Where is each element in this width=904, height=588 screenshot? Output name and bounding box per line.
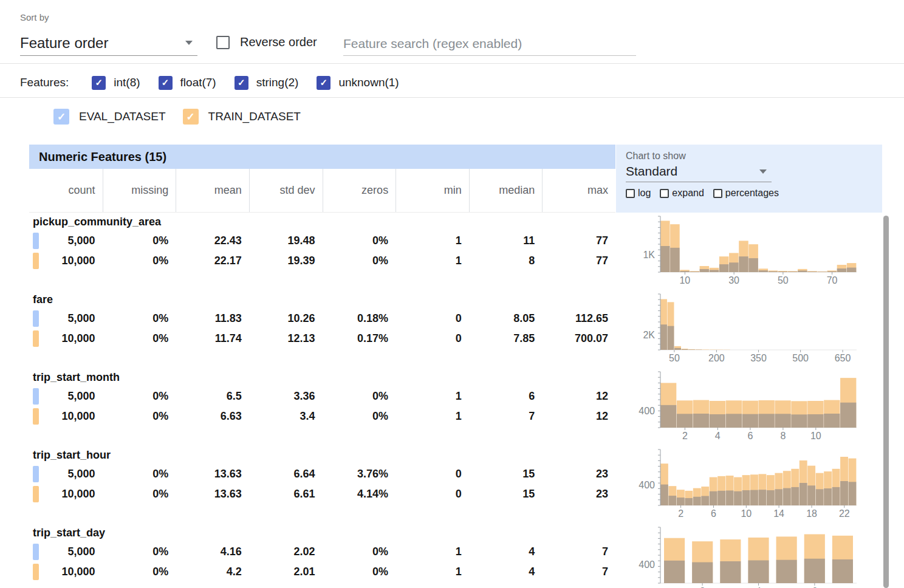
- column-header-count: count: [29, 169, 103, 212]
- filter-item-unknown: unknown(1): [317, 76, 399, 90]
- svg-text:70: 70: [827, 275, 838, 285]
- filter-item-int: int(8): [92, 76, 140, 90]
- stat-cell: 0%: [103, 312, 176, 325]
- column-header-median: median: [469, 169, 543, 212]
- stat-cell: 12: [542, 410, 615, 423]
- filter-item-float: float(7): [159, 76, 216, 90]
- toggle-log: log: [626, 188, 651, 199]
- svg-text:22: 22: [839, 508, 850, 519]
- stat-cell: 0: [396, 468, 469, 480]
- stat-cell: 12.13: [249, 332, 323, 345]
- stat-cell: 7.85: [469, 332, 543, 345]
- eval-stat-row: 5,000 0% 4.16 2.02 0% 1 4 7: [29, 542, 615, 562]
- stat-cell: 0%: [323, 234, 396, 247]
- train-dataset-label: TRAIN_DATASET: [208, 110, 301, 123]
- stat-cell: 6: [469, 390, 543, 403]
- svg-text:10: 10: [741, 508, 752, 519]
- column-header-zeros: zeros: [323, 169, 396, 212]
- train-dataset-checkbox[interactable]: [183, 109, 199, 125]
- filter-checkbox-string[interactable]: [235, 76, 248, 90]
- table-title: Numeric Features (15): [39, 150, 166, 164]
- stat-cell: 112.65: [542, 312, 615, 325]
- stat-cell: 0%: [103, 234, 176, 247]
- stat-cell: 23: [542, 488, 615, 501]
- stat-cell: 1: [396, 566, 469, 578]
- feature-block: trip_start_day 5,000 0% 4.16 2.02 0% 1 4…: [29, 524, 615, 588]
- reverse-order-checkbox[interactable]: [216, 36, 230, 49]
- stat-cell: 0%: [323, 390, 396, 403]
- stat-cell: 22.17: [176, 255, 249, 267]
- stat-cell: 1: [396, 410, 469, 423]
- stat-cell: 5,000: [29, 545, 103, 558]
- stat-cell: 12: [542, 390, 615, 403]
- filter-label-float: float(7): [180, 76, 216, 89]
- percentages-label: percentages: [725, 188, 779, 199]
- stat-cell: 0%: [103, 255, 176, 267]
- train-stat-row: 10,000 0% 13.63 6.61 4.14% 0 15 23: [29, 484, 615, 504]
- train-color-chip: [33, 486, 39, 502]
- column-header-stddev: std dev: [249, 169, 323, 212]
- stat-cell: 10.26: [249, 312, 323, 325]
- stat-cell: 0%: [103, 566, 176, 578]
- filter-item-string: string(2): [235, 76, 299, 90]
- column-header-min: min: [396, 169, 469, 212]
- stat-cell: 77: [542, 234, 615, 247]
- svg-text:350: 350: [750, 353, 767, 363]
- sort-by-value: Feature order: [20, 35, 108, 52]
- stat-cell: 1: [396, 255, 469, 267]
- filter-checkbox-float[interactable]: [159, 76, 173, 90]
- chart-controls-panel: Chart to show Standard log expand percen…: [616, 145, 882, 213]
- filter-label-int: int(8): [114, 76, 140, 89]
- vertical-scrollbar-thumb[interactable]: [883, 216, 889, 588]
- stat-cell: 13.63: [176, 468, 249, 480]
- log-checkbox[interactable]: [626, 189, 635, 198]
- dataset-item-eval: EVAL_DATASET: [53, 109, 166, 125]
- feature-name: fare: [29, 290, 615, 309]
- stat-cell: 19.39: [249, 255, 323, 267]
- stat-cell: 5,000: [29, 390, 103, 403]
- filter-checkbox-unknown[interactable]: [317, 76, 330, 90]
- svg-text:30: 30: [728, 275, 739, 285]
- feature-name: trip_start_hour: [29, 446, 615, 464]
- svg-text:4: 4: [715, 431, 721, 441]
- stat-cell: 0%: [323, 566, 396, 578]
- percentages-checkbox[interactable]: [713, 189, 722, 198]
- eval-stat-row: 5,000 0% 11.83 10.26 0.18% 0 8.05 112.65: [29, 309, 615, 329]
- chart-type-value: Standard: [626, 164, 677, 179]
- svg-text:200: 200: [708, 353, 725, 363]
- eval-color-chip: [33, 388, 39, 405]
- stat-cell: 0: [396, 332, 469, 345]
- feature-block: trip_start_month 5,000 0% 6.5 3.36 0% 1 …: [29, 368, 615, 446]
- stat-cell: 6.5: [176, 390, 249, 403]
- dataset-legend-bar: EVAL_DATASET TRAIN_DATASET: [53, 103, 301, 130]
- stat-cell: 0%: [103, 410, 176, 423]
- sort-by-dropdown[interactable]: Feature order: [20, 30, 197, 56]
- stat-cell: 10,000: [29, 255, 103, 267]
- eval-stat-row: 5,000 0% 6.5 3.36 0% 1 6 12: [29, 386, 615, 406]
- dataset-item-train: TRAIN_DATASET: [183, 109, 301, 125]
- chart-type-dropdown[interactable]: Standard: [626, 164, 772, 182]
- svg-text:8: 8: [780, 431, 786, 441]
- feature-search-input[interactable]: [343, 32, 636, 56]
- stat-cell: 8: [469, 255, 543, 267]
- stat-cell: 0%: [323, 255, 396, 267]
- stat-cell: 3.36: [249, 390, 323, 403]
- stat-cell: 10,000: [29, 332, 103, 345]
- histogram-chart: 2K50200350500650: [627, 292, 882, 366]
- eval-dataset-checkbox[interactable]: [53, 109, 69, 125]
- stat-cell: 13.63: [176, 488, 249, 501]
- stat-cell: 0: [396, 312, 469, 325]
- filter-checkbox-int[interactable]: [92, 76, 106, 90]
- feature-histograms-list: 1K103050702K5020035050065040024681040026…: [627, 214, 882, 588]
- stat-cell: 8.05: [469, 312, 543, 325]
- feature-block: trip_start_hour 5,000 0% 13.63 6.64 3.76…: [29, 446, 615, 524]
- stat-cell: 0%: [323, 545, 396, 558]
- feature-name: pickup_community_area: [29, 213, 615, 231]
- svg-text:50: 50: [778, 275, 789, 285]
- expand-checkbox[interactable]: [660, 189, 669, 198]
- eval-stat-row: 5,000 0% 22.43 19.48 0% 1 11 77: [29, 231, 615, 251]
- toggle-percentages: percentages: [713, 188, 779, 199]
- stat-cell: 0%: [103, 390, 176, 403]
- stat-cell: 0%: [103, 545, 176, 558]
- train-stat-row: 10,000 0% 4.2 2.01 0% 1 4 7: [29, 562, 615, 582]
